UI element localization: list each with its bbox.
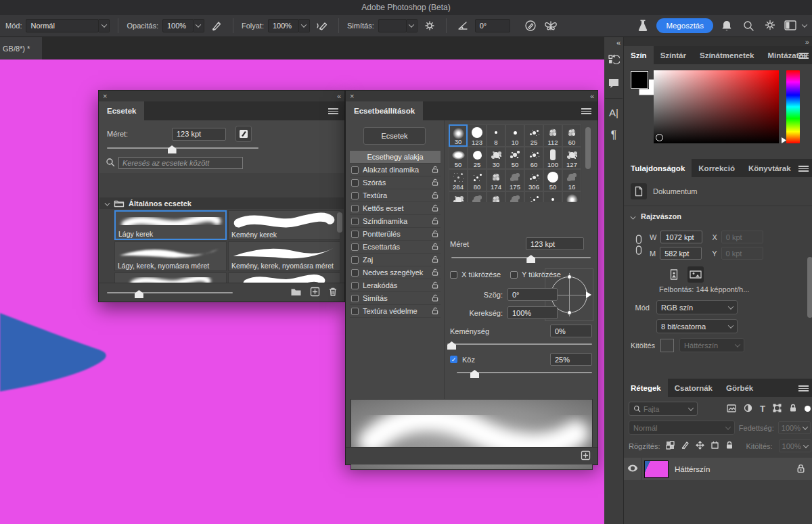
flip-x-checkbox[interactable] <box>450 271 457 279</box>
tab-görbék[interactable]: Görbék <box>719 379 760 397</box>
new-group-folder-icon[interactable] <box>290 287 302 298</box>
collapse-icon[interactable]: « <box>616 39 621 47</box>
option-checkbox[interactable] <box>351 205 359 212</box>
collapse-icon[interactable]: « <box>590 92 593 100</box>
portrait-orientation-icon[interactable] <box>666 266 682 283</box>
notifications-bell-icon[interactable] <box>719 18 735 34</box>
character-panel-icon[interactable]: A| <box>604 103 623 122</box>
brush-size-field[interactable]: 123 kpt <box>172 128 226 141</box>
tab-színtár[interactable]: Színtár <box>654 46 693 64</box>
brush-tip-cell[interactable]: 174 <box>487 169 505 191</box>
layer-row[interactable]: Háttérszín <box>624 458 812 480</box>
tab-ecsetek[interactable]: Ecsetek <box>99 101 144 120</box>
brush-tip-shape-item[interactable]: Ecsethegy alakja <box>350 151 441 164</box>
width-field[interactable]: 1072 kpt <box>660 231 702 243</box>
brush-tip-cell[interactable]: 100 <box>543 147 562 169</box>
brush-option-row[interactable]: Textúra <box>350 189 441 202</box>
brush-tip-cell[interactable]: 50 <box>449 147 468 169</box>
brush-tip-cell[interactable]: 25 <box>524 124 543 147</box>
filter-type-icon[interactable]: T <box>760 404 765 414</box>
brush-option-row[interactable]: Simítás <box>350 292 441 305</box>
flip-y-checkbox[interactable] <box>510 271 518 279</box>
brush-tip-cell[interactable]: 60 <box>524 147 543 169</box>
panel-menu-icon[interactable] <box>581 108 591 114</box>
brush-preset-lágy-kerek[interactable]: Lágy kerek <box>114 210 227 240</box>
brush-preset-kemény-kerek-nyomásra-méret[interactable]: Kemény, kerek, nyomásra méret <box>228 241 340 271</box>
tab-rétegek[interactable]: Rétegek <box>624 379 668 397</box>
lock-artboard-icon[interactable] <box>710 441 719 451</box>
brush-tip-cell[interactable]: 16 <box>562 169 581 191</box>
create-brush-icon[interactable] <box>235 126 252 142</box>
brush-tip-cell[interactable]: 25 <box>468 147 487 169</box>
option-checkbox[interactable] <box>351 308 359 315</box>
tab-szín[interactable]: Szín <box>624 46 654 64</box>
tab-tulajdonságok[interactable]: Tulajdonságok <box>624 159 692 177</box>
hardness-field[interactable]: 0% <box>550 325 592 337</box>
brush-tip-cell[interactable] <box>562 191 581 202</box>
spacing-slider[interactable] <box>457 372 592 373</box>
flow-select[interactable]: 100% <box>268 19 299 32</box>
brush-option-row[interactable]: Színdinamika <box>350 215 441 228</box>
brush-tip-cell[interactable]: 30 <box>487 147 505 169</box>
tab-csatornák[interactable]: Csatornák <box>668 379 719 397</box>
tip-size-field[interactable]: 123 kpt <box>526 237 584 250</box>
lock-all-icon[interactable] <box>725 441 734 451</box>
airbrush-icon[interactable] <box>314 18 330 34</box>
brush-option-row[interactable]: Textúra védelme <box>350 305 441 318</box>
brush-tip-cell[interactable]: 123 <box>468 124 487 147</box>
bit-depth-dropdown[interactable]: 8 bit/csatorna <box>656 319 738 333</box>
search-icon[interactable] <box>740 18 757 34</box>
expand-dock-icon[interactable]: » <box>805 38 809 46</box>
lock-transparency-icon[interactable] <box>666 441 675 451</box>
brush-tip-cell[interactable] <box>543 191 562 202</box>
tip-grid-scrollbar[interactable] <box>585 127 591 169</box>
smoothing-gear-icon[interactable] <box>422 18 438 34</box>
layer-lock-icon[interactable] <box>796 464 805 475</box>
layer-thumbnail[interactable] <box>644 460 669 478</box>
opacity-select[interactable]: 100% <box>162 19 194 32</box>
tab-ecsetbeallitasok[interactable]: Ecsetbeállítások <box>346 101 423 120</box>
option-checkbox[interactable] <box>351 218 359 225</box>
collapse-icon[interactable]: « <box>337 92 340 100</box>
properties-scrollbar[interactable] <box>807 257 812 318</box>
paragraph-panel-icon[interactable]: ¶ <box>604 126 623 145</box>
brush-option-row[interactable]: Pontterülés <box>350 228 441 241</box>
option-checkbox[interactable] <box>351 256 359 264</box>
brush-option-row[interactable]: Kettős ecset <box>350 202 441 215</box>
new-brush-icon[interactable] <box>310 287 320 298</box>
brush-option-row[interactable]: Szórás <box>350 176 441 189</box>
filter-adjustment-icon[interactable] <box>744 404 752 414</box>
brush-tip-cell[interactable]: 50 <box>543 169 562 191</box>
option-checkbox[interactable] <box>351 243 359 251</box>
lock-position-icon[interactable] <box>696 441 704 451</box>
filter-image-icon[interactable] <box>727 404 736 414</box>
option-checkbox[interactable] <box>351 269 359 277</box>
tab-könyvtárak[interactable]: Könyvtárak <box>742 159 798 177</box>
angle-field[interactable]: 0° <box>508 288 558 301</box>
lock-paint-icon[interactable] <box>681 441 690 451</box>
option-checkbox[interactable] <box>351 179 359 187</box>
landscape-orientation-icon[interactable] <box>687 266 704 283</box>
hue-marker-icon[interactable] <box>782 137 786 143</box>
new-brush-icon[interactable] <box>581 450 591 462</box>
brush-tip-cell[interactable]: 60 <box>562 124 581 147</box>
filter-shape-icon[interactable] <box>773 404 782 414</box>
close-icon[interactable]: × <box>103 92 107 100</box>
option-checkbox[interactable] <box>351 192 359 199</box>
comments-icon[interactable] <box>604 74 623 93</box>
brush-tip-cell[interactable]: 306 <box>524 169 543 191</box>
layer-visibility-eye-icon[interactable] <box>627 465 638 473</box>
layer-filter-select[interactable] <box>629 402 698 416</box>
pressure-opacity-icon[interactable] <box>208 18 225 34</box>
discover-bulb-icon[interactable] <box>762 18 778 34</box>
share-button[interactable]: Megosztás <box>656 18 713 33</box>
brush-option-row[interactable]: Ecsettartás <box>350 241 441 254</box>
panel-menu-icon[interactable] <box>798 53 809 59</box>
panel-menu-icon[interactable] <box>798 385 809 391</box>
brush-list-scrollbar[interactable] <box>337 212 342 233</box>
option-checkbox[interactable] <box>351 282 359 289</box>
brush-tip-cell[interactable] <box>468 191 487 202</box>
fill-swatch[interactable] <box>660 339 674 352</box>
blend-mode-select[interactable]: Normál <box>26 19 99 32</box>
spacing-field[interactable]: 25% <box>550 353 592 366</box>
